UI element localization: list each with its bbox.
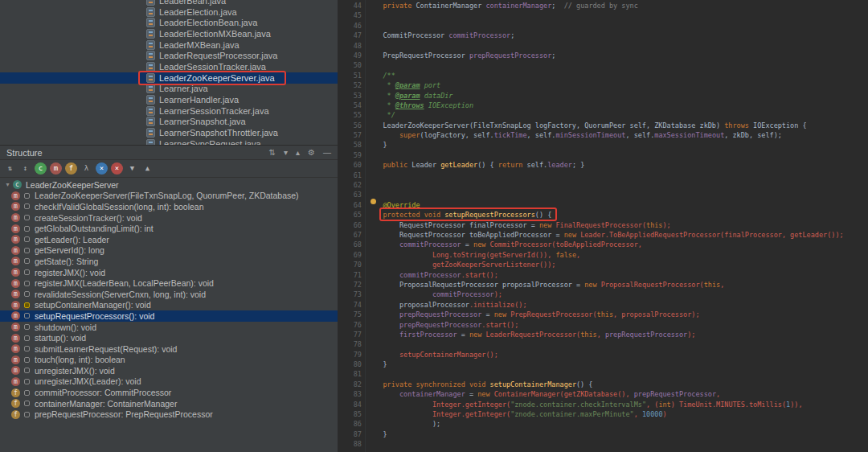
line-number[interactable]: 61	[338, 171, 362, 180]
code-line[interactable]: 61	[338, 171, 868, 180]
structure-item[interactable]: munregisterJMX(): void	[0, 365, 338, 376]
structure-item[interactable]: mstartup(): void	[0, 332, 338, 343]
line-number[interactable]: 73	[338, 290, 362, 299]
code-line[interactable]: 69 Long.toString(getServerId()), false,	[338, 250, 868, 260]
code-line[interactable]: 70 getZooKeeperServerListener());	[338, 260, 868, 269]
line-number[interactable]: 56	[338, 121, 362, 130]
structure-item[interactable]: fprepRequestProcessor: PrepRequestProces…	[0, 409, 338, 420]
line-number[interactable]: 54	[338, 101, 362, 110]
code-line[interactable]: 85 Integer.getInteger("znode.container.m…	[338, 409, 868, 419]
code-line[interactable]: 49 PrepRequestProcessor prepRequestProce…	[338, 51, 868, 60]
code-line[interactable]: 83 containerManager = new ContainerManag…	[338, 389, 868, 399]
structure-item[interactable]: mgetState(): String	[0, 256, 338, 267]
structure-item[interactable]: msetupContainerManager(): void	[0, 300, 338, 311]
file-tree-item[interactable]: LeaderElection.java	[0, 6, 338, 18]
line-number[interactable]: 53	[338, 91, 362, 101]
line-number[interactable]: 70	[338, 260, 362, 269]
code-line[interactable]: 56 LeaderZooKeeperServer(FileTxnSnapLog …	[338, 121, 868, 130]
code-line[interactable]: 55 */	[338, 110, 868, 120]
file-tree-item[interactable]: LeaderElectionBean.java	[0, 17, 338, 28]
file-tree-item[interactable]: LeaderMXBean.java	[0, 39, 338, 51]
line-number[interactable]: 51	[338, 71, 362, 80]
code-line[interactable]: 71 commitProcessor.start();	[338, 270, 868, 280]
line-number[interactable]: 83	[338, 389, 362, 399]
filter-up-icon[interactable]: ▲	[141, 162, 154, 175]
line-number[interactable]: 49	[338, 51, 362, 60]
code-line[interactable]: 65 protected void setupRequestProcessors…	[338, 210, 868, 220]
code-line[interactable]: 68 commitProcessor = new CommitProcessor…	[338, 240, 868, 249]
line-number[interactable]: 71	[338, 270, 362, 280]
line-number[interactable]: 76	[338, 320, 362, 330]
collapse-all-icon[interactable]: ▴	[296, 146, 300, 159]
line-number[interactable]: 62	[338, 180, 362, 190]
line-number[interactable]: 48	[338, 41, 362, 51]
line-number[interactable]: 57	[338, 130, 362, 140]
code-line[interactable]: 54 * @throws IOException	[338, 101, 868, 110]
line-number[interactable]: 65	[338, 210, 362, 220]
structure-item[interactable]: mshutdown(): void	[0, 322, 338, 333]
structure-item[interactable]: mcheckIfValidGlobalSession(long, int): b…	[0, 201, 338, 212]
line-number[interactable]: 78	[338, 339, 362, 349]
structure-item[interactable]: mrevalidateSession(ServerCnxn, long, int…	[0, 289, 338, 300]
sort-by-visibility-icon[interactable]: ↕	[19, 162, 31, 175]
code-line[interactable]: 84 Integer.getInteger("znode.container.c…	[338, 400, 868, 409]
structure-item[interactable]: mgetLeader(): Leader	[0, 234, 338, 245]
code-editor[interactable]: 44 private ContainerManager containerMan…	[338, 0, 868, 452]
line-number[interactable]: 58	[338, 140, 362, 150]
code-line[interactable]: 76 prepRequestProcessor.start();	[338, 320, 868, 330]
structure-item[interactable]: mregisterJMX(LeaderBean, LocalPeerBean):…	[0, 277, 338, 289]
code-line[interactable]: 79 setupContainerManager();	[338, 350, 868, 360]
line-number[interactable]: 47	[338, 31, 362, 40]
file-tree-item[interactable]: LearnerSyncRequest.java	[0, 138, 338, 145]
settings-icon[interactable]: ⚙	[308, 146, 315, 159]
line-number[interactable]: 81	[338, 369, 362, 379]
structure-item[interactable]: ▾cLeaderZooKeeperServer	[0, 179, 338, 191]
code-line[interactable]: 87 }	[338, 429, 868, 439]
code-line[interactable]: 60 public Leader getLeader() { return se…	[338, 160, 868, 170]
line-number[interactable]: 52	[338, 80, 362, 90]
code-line[interactable]: 58 }	[338, 140, 868, 150]
expand-all-icon[interactable]: ▾	[284, 146, 288, 159]
line-number[interactable]: 66	[338, 220, 362, 230]
structure-item[interactable]: mLeaderZooKeeperServer(FileTxnSnapLog, Q…	[0, 191, 338, 202]
code-line[interactable]: 51 /**	[338, 71, 868, 80]
code-line[interactable]: 67 RequestProcessor toBeAppliedProcessor…	[338, 230, 868, 240]
sort-icon[interactable]: ⇅	[269, 146, 276, 159]
code-line[interactable]: 86 );	[338, 419, 868, 429]
line-number[interactable]: 63	[338, 190, 362, 199]
code-line[interactable]: 75 prepRequestProcessor = new PrepReques…	[338, 310, 868, 319]
file-tree-item[interactable]: LearnerSessionTracker.java	[0, 105, 338, 117]
line-number[interactable]: 84	[338, 400, 362, 409]
hide-icon[interactable]: —	[323, 146, 331, 159]
code-line[interactable]: 66 RequestProcessor finalProcessor = new…	[338, 220, 868, 230]
line-number[interactable]: 46	[338, 21, 362, 31]
structure-item[interactable]: mgetGlobalOutstandingLimit(): int	[0, 223, 338, 234]
structure-item[interactable]: fcontainerManager: ContainerManager	[0, 398, 338, 409]
line-number[interactable]: 44	[338, 1, 362, 10]
structure-item[interactable]: mregisterJMX(): void	[0, 267, 338, 278]
line-number[interactable]: 75	[338, 310, 362, 319]
line-number[interactable]: 87	[338, 429, 362, 439]
code-line[interactable]: 80 }	[338, 360, 868, 369]
sort-alphabetically-icon[interactable]: ⇅	[4, 162, 16, 175]
code-line[interactable]: 57 super(logFactory, self.tickTime, self…	[338, 130, 868, 140]
show-lambdas-icon[interactable]: λ	[80, 162, 92, 175]
line-number[interactable]: 79	[338, 350, 362, 360]
code-line[interactable]: 88	[338, 439, 868, 449]
code-line[interactable]: 48	[338, 41, 868, 51]
line-number[interactable]: 69	[338, 250, 362, 260]
line-number[interactable]: 80	[338, 360, 362, 369]
code-line[interactable]: 81	[338, 369, 868, 379]
code-line[interactable]: 53 * @param dataDir	[338, 91, 868, 101]
code-line[interactable]: 59	[338, 150, 868, 160]
file-tree-item[interactable]: LearnerHandler.java	[0, 94, 338, 105]
code-line[interactable]: 50	[338, 60, 868, 70]
file-tree-item[interactable]: LeaderElectionMXBean.java	[0, 28, 338, 39]
code-line[interactable]: 63	[338, 190, 868, 199]
structure-item[interactable]: munregisterJMX(Leader): void	[0, 376, 338, 388]
filter-down-icon[interactable]: ▼	[126, 162, 138, 175]
line-number[interactable]: 64	[338, 200, 362, 210]
file-tree-item[interactable]: LeaderBean.java	[0, 0, 338, 6]
code-line[interactable]: 46	[338, 21, 868, 31]
structure-item[interactable]: mgetServerId(): long	[0, 245, 338, 257]
